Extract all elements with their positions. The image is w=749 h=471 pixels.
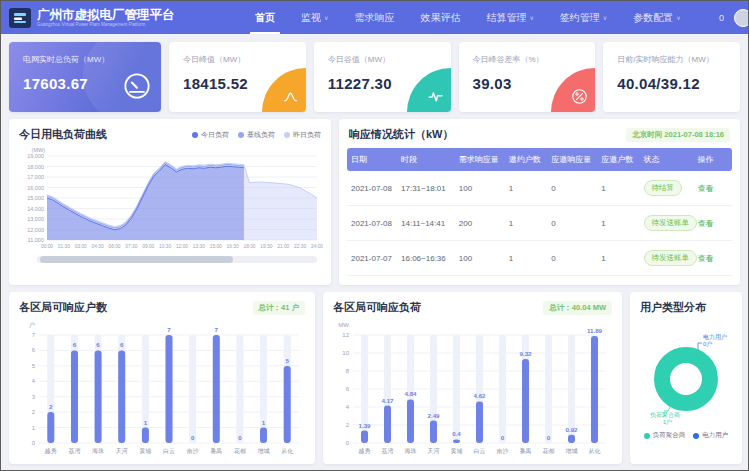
view-link[interactable]: 查看 — [697, 219, 713, 228]
svg-text:MW: MW — [338, 322, 349, 328]
legend-label: 今日负荷 — [201, 130, 229, 140]
svg-text:荔湾: 荔湾 — [382, 447, 394, 455]
avatar[interactable] — [734, 9, 748, 27]
table-cell: 待结算 — [640, 276, 694, 286]
svg-text:从化: 从化 — [281, 448, 293, 455]
table-row: 2021-07-0817:31~18:01100101待结算查看 — [347, 171, 732, 206]
app-title: 广州市虚拟电厂管理平台 — [37, 9, 175, 21]
view-link[interactable]: 查看 — [697, 184, 713, 193]
table-cell: 15:29~15:59 — [397, 276, 455, 286]
svg-text:11.89: 11.89 — [587, 327, 603, 334]
user-type-card: 用户类型分布 电力用户 0户 负荷聚合商 1户 — [630, 292, 742, 464]
view-link[interactable]: 查看 — [697, 254, 713, 263]
nav-item-2[interactable]: 监视∨ — [288, 1, 341, 34]
svg-text:4.17: 4.17 — [381, 397, 394, 404]
nav-item-7[interactable]: 参数配置∨ — [620, 1, 693, 34]
svg-text:0: 0 — [547, 434, 551, 441]
app-subtitle: Guangzhou Virtual Power Plant Management… — [37, 22, 175, 27]
kpi-label: 日前/实时响应能力（MW） — [617, 54, 728, 65]
kpi-card-today-valley: 今日谷值（MW） 11227.30 — [314, 42, 451, 112]
table-row: 2021-07-0716:06~16:36100101待发送账单查看 — [347, 241, 732, 276]
legend-item[interactable]: 基线负荷 — [238, 130, 275, 140]
svg-text:7: 7 — [167, 326, 171, 333]
table-row: 2021-07-0814:11~14:41200101待发送账单查看 — [347, 206, 732, 241]
kpi-label: 今日峰值（MW） — [183, 54, 294, 65]
district-users-chart: 01234567户2越秀6荔湾6海珠6天河1黄埔7白云0南沙7番禺0花都1增城5… — [19, 319, 305, 459]
svg-text:6: 6 — [346, 386, 350, 392]
svg-text:7: 7 — [32, 332, 36, 338]
svg-text:黄埔: 黄埔 — [139, 448, 151, 454]
scrollbar-handle[interactable] — [40, 256, 233, 263]
column-header: 应邀户数 — [597, 148, 639, 171]
table-cell: 1 — [597, 276, 639, 286]
load-curve-legend: 今日负荷基线负荷昨日负荷 — [192, 130, 321, 140]
table-cell: 0 — [547, 241, 597, 276]
legend-dot — [238, 132, 244, 138]
svg-text:12,000: 12,000 — [27, 227, 44, 233]
table-cell: 查看 — [693, 171, 732, 206]
load-curve-card: 今日用电负荷曲线 今日负荷基线负荷昨日负荷 11,00012,00013,000… — [9, 119, 331, 285]
kpi-label: 电网实时总负荷（MW） — [23, 54, 149, 65]
notification-count[interactable]: 0 — [719, 13, 724, 23]
svg-text:07:30: 07:30 — [125, 244, 137, 249]
svg-text:海珠: 海珠 — [405, 448, 417, 454]
kpi-value: 40.04/39.12 — [617, 75, 728, 92]
svg-text:5: 5 — [285, 357, 289, 364]
brand: 广州市虚拟电厂管理平台 Guangzhou Virtual Power Plan… — [9, 8, 224, 28]
svg-text:越秀: 越秀 — [359, 447, 371, 455]
svg-text:越秀: 越秀 — [45, 447, 57, 455]
kpi-card-peak-valley-rate: 今日峰谷差率（%） 39.03 — [459, 42, 596, 112]
logo-icon — [9, 8, 31, 28]
legend-item-aggregator[interactable]: 负荷聚合商 — [644, 431, 686, 440]
svg-text:24:00: 24:00 — [311, 244, 323, 249]
donut-label-power-user-count: 0户 — [703, 340, 712, 347]
legend-item-power-user[interactable]: 电力用户 — [693, 431, 728, 440]
kpi-card-today-peak: 今日峰值（MW） 18415.52 — [169, 42, 306, 112]
district-users-total-badge: 总计：41 户 — [253, 301, 305, 315]
legend-item[interactable]: 今日负荷 — [192, 130, 229, 140]
table-cell: 待发送账单 — [640, 206, 694, 241]
legend-label: 基线负荷 — [247, 130, 275, 140]
nav-item-3[interactable]: 需求响应 — [341, 1, 407, 34]
svg-text:6: 6 — [32, 347, 36, 353]
svg-text:0: 0 — [32, 440, 36, 446]
table-cell: 0 — [547, 206, 597, 241]
legend-dot-blue — [693, 433, 699, 439]
svg-text:06:00: 06:00 — [108, 244, 120, 249]
chevron-down-icon: ∨ — [676, 14, 680, 21]
svg-text:13,000: 13,000 — [27, 216, 44, 222]
legend-item[interactable]: 昨日负荷 — [284, 130, 321, 140]
status-badge: 待结算 — [644, 180, 683, 196]
svg-text:4: 4 — [346, 404, 350, 410]
svg-text:0: 0 — [191, 434, 195, 441]
svg-text:9.32: 9.32 — [519, 350, 532, 357]
table-cell: 200 — [455, 206, 505, 241]
svg-text:白云: 白云 — [474, 448, 486, 455]
response-stats-card: 响应情况统计（kW） 北京时间 2021-07-08 18:16 日期时段需求响… — [339, 119, 740, 285]
svg-text:04:30: 04:30 — [92, 244, 104, 249]
donut-label-power-user: 电力用户 — [703, 333, 727, 341]
svg-text:19:30: 19:30 — [260, 244, 272, 249]
legend-label: 电力用户 — [702, 431, 728, 440]
svg-text:1: 1 — [262, 419, 266, 426]
user-type-title: 用户类型分布 — [640, 300, 706, 315]
chart-scrollbar[interactable] — [37, 256, 317, 263]
district-users-title: 各区局可响应户数 — [19, 300, 107, 315]
nav-item-5[interactable]: 结算管理∨ — [473, 1, 546, 34]
status-badge: 待发送账单 — [644, 250, 698, 266]
table-cell: 1 — [505, 206, 547, 241]
table-row: 2021-07-0115:29~15:59200101待结算查看 — [347, 276, 732, 286]
nav-item-6[interactable]: 签约管理∨ — [547, 1, 620, 34]
legend-dot — [284, 132, 290, 138]
table-cell: 200 — [455, 276, 505, 286]
svg-text:0.92: 0.92 — [565, 426, 578, 433]
mid-row: 今日用电负荷曲线 今日负荷基线负荷昨日负荷 11,00012,00013,000… — [9, 119, 740, 285]
nav-item-4[interactable]: 效果评估 — [407, 1, 473, 34]
svg-text:花都: 花都 — [234, 448, 246, 455]
nav-item-1[interactable]: 首页 — [242, 1, 288, 34]
table-cell: 查看 — [693, 276, 732, 286]
svg-text:0.4: 0.4 — [452, 430, 461, 437]
table-cell: 2021-07-08 — [347, 171, 397, 206]
kpi-card-response-capacity: 日前/实时响应能力（MW） 40.04/39.12 — [603, 42, 740, 112]
svg-text:1: 1 — [144, 419, 148, 426]
